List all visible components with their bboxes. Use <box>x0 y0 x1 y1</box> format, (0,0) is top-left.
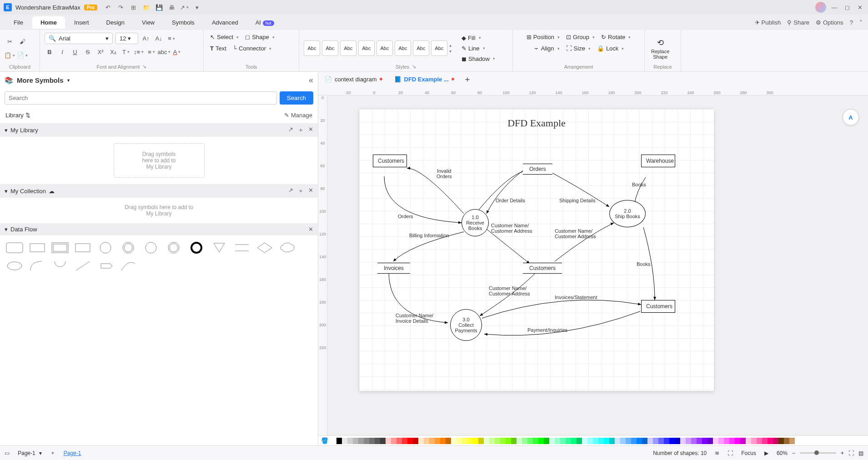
process-ship[interactable]: 2.0Ship Books <box>609 200 646 227</box>
style-preset-5[interactable]: Abc <box>376 40 393 56</box>
shape-double-circle[interactable] <box>118 240 138 255</box>
page-icon[interactable]: ▭ <box>5 450 10 456</box>
color-swatch[interactable] <box>489 438 495 444</box>
color-swatch[interactable] <box>789 438 795 444</box>
color-swatch[interactable] <box>495 438 500 444</box>
diagram-page[interactable]: DFD Example <box>359 109 714 391</box>
color-swatch[interactable] <box>347 438 353 444</box>
color-swatch[interactable] <box>653 438 658 444</box>
export-lib-icon[interactable]: ↗ <box>288 126 293 134</box>
shape-double-circle-2[interactable] <box>164 240 184 255</box>
align-text-icon[interactable]: ≡ <box>166 34 176 44</box>
color-swatch[interactable] <box>669 438 675 444</box>
new-icon[interactable]: ⊞ <box>130 4 137 11</box>
options-button[interactable]: ⚙ Options <box>816 19 843 26</box>
shape-bold-circle[interactable] <box>186 240 206 255</box>
style-preset-1[interactable]: Abc <box>304 40 320 56</box>
my-library-section[interactable]: ▾ My Library ↗＋✕ <box>0 123 318 137</box>
color-swatch[interactable] <box>593 438 598 444</box>
color-swatch[interactable] <box>768 438 773 444</box>
color-swatch[interactable] <box>571 438 577 444</box>
color-swatch[interactable] <box>697 438 702 444</box>
shape-open-rect[interactable] <box>232 240 252 255</box>
lock-button[interactable]: 🔒 Lock <box>595 44 626 53</box>
color-swatch[interactable] <box>467 438 473 444</box>
zoom-out-icon[interactable]: − <box>792 450 795 456</box>
shadow-button[interactable]: ◼ Shadow <box>460 55 497 63</box>
color-swatch[interactable] <box>751 438 757 444</box>
user-avatar[interactable] <box>815 2 826 13</box>
color-swatch[interactable] <box>527 438 533 444</box>
color-swatch[interactable] <box>473 438 478 444</box>
shape-diamond[interactable] <box>255 240 275 255</box>
color-swatch[interactable] <box>773 438 778 444</box>
shape-rect-2[interactable] <box>73 240 93 255</box>
color-swatch[interactable] <box>396 438 402 444</box>
redo-icon[interactable]: ↷ <box>117 4 125 11</box>
color-swatch[interactable] <box>462 438 467 444</box>
color-swatch[interactable] <box>609 438 615 444</box>
size-button[interactable]: ⛶ Size <box>564 44 592 53</box>
bullet-icon[interactable]: ≡ <box>146 47 156 57</box>
process-receive[interactable]: 1.0Receive Books <box>462 209 489 236</box>
tab-file[interactable]: File <box>5 16 31 29</box>
style-up-icon[interactable]: ▴ <box>449 43 452 48</box>
library-label[interactable]: Library <box>5 112 24 119</box>
tab-home[interactable]: Home <box>32 16 65 29</box>
color-swatch[interactable] <box>587 438 593 444</box>
store-customers[interactable]: Customers <box>523 263 562 274</box>
font-color-icon[interactable]: A <box>172 47 182 57</box>
color-swatch[interactable] <box>402 438 407 444</box>
open-icon[interactable]: 📁 <box>143 4 150 11</box>
font-family-select[interactable]: 🔍 Arial▾ <box>45 33 113 44</box>
style-preset-3[interactable]: Abc <box>340 40 356 56</box>
bold-icon[interactable]: B <box>45 47 55 57</box>
color-swatch[interactable] <box>620 438 626 444</box>
search-button[interactable]: Search <box>280 91 313 105</box>
color-swatch[interactable] <box>538 438 544 444</box>
color-swatch[interactable] <box>457 438 462 444</box>
color-swatch[interactable] <box>664 438 669 444</box>
color-swatch[interactable] <box>658 438 664 444</box>
layers-icon[interactable]: ≋ <box>715 450 719 456</box>
process-collect[interactable]: 3.0Collect Payments <box>450 309 482 341</box>
store-orders[interactable]: Orders <box>523 164 552 175</box>
color-swatch[interactable] <box>566 438 571 444</box>
doc-tab-dfd[interactable]: 📘 DFD Example ... <box>391 74 457 85</box>
color-swatch[interactable] <box>615 438 620 444</box>
color-swatch[interactable] <box>331 438 336 444</box>
align-button[interactable]: ⫟ Align <box>532 44 562 53</box>
connector-tool[interactable]: └ Connector <box>231 44 273 53</box>
color-swatch[interactable] <box>577 438 582 444</box>
color-swatch[interactable] <box>724 438 729 444</box>
underline-icon[interactable]: U <box>70 47 80 57</box>
style-preset-2[interactable]: Abc <box>322 40 338 56</box>
shape-arc-3[interactable] <box>118 258 138 274</box>
color-swatch[interactable] <box>358 438 364 444</box>
color-swatch[interactable] <box>680 438 686 444</box>
color-swatch[interactable] <box>729 438 735 444</box>
style-preset-6[interactable]: Abc <box>395 40 411 56</box>
color-swatch[interactable] <box>560 438 566 444</box>
style-preset-4[interactable]: Abc <box>358 40 375 56</box>
tab-ai[interactable]: AIhot <box>247 16 282 29</box>
page-select[interactable]: Page-1 ▾ <box>18 450 42 456</box>
shape-arc-1[interactable] <box>27 258 47 274</box>
color-swatch[interactable] <box>642 438 647 444</box>
color-swatch[interactable] <box>631 438 637 444</box>
fill-button[interactable]: ◆ Fill <box>460 34 497 42</box>
doc-tab-context[interactable]: 📄 context diagram <box>322 74 385 85</box>
color-swatch[interactable] <box>484 438 489 444</box>
entity-customers-1[interactable]: Customers <box>373 155 407 167</box>
rotate-button[interactable]: ↻ Rotate <box>599 33 632 41</box>
color-swatch[interactable] <box>375 438 380 444</box>
new-doc-tab[interactable]: ＋ <box>463 74 472 85</box>
collapse-ribbon-icon[interactable]: ˄ <box>859 19 863 26</box>
position-button[interactable]: ⊞ Position <box>525 33 562 41</box>
color-swatch[interactable] <box>784 438 789 444</box>
color-swatch[interactable] <box>647 438 653 444</box>
assistant-icon[interactable]: A <box>843 109 859 125</box>
fit-page-icon[interactable]: ⛶ <box>848 450 854 456</box>
line-spacing-icon[interactable]: ↕≡ <box>134 47 144 57</box>
store-invoices[interactable]: Invoices <box>377 263 410 274</box>
